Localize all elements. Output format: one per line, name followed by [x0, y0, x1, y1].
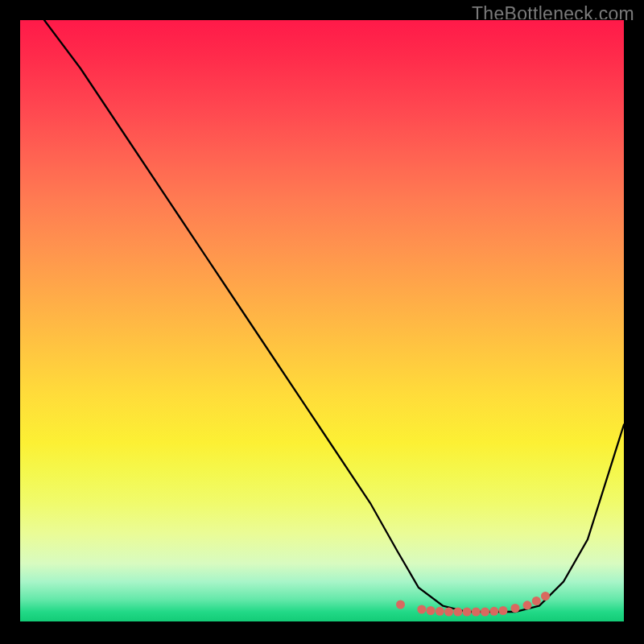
- optimal-dot: [427, 606, 436, 615]
- chart-svg: [20, 20, 624, 624]
- optimal-dot: [523, 601, 532, 609]
- optimal-dot: [481, 608, 489, 617]
- bottleneck-curve: [44, 20, 624, 612]
- optimal-dot: [436, 607, 444, 616]
- optimal-dot: [453, 608, 462, 617]
- optimal-dot: [541, 592, 550, 601]
- optimal-dot: [499, 606, 508, 615]
- optimal-dot: [489, 607, 498, 616]
- optimal-dot: [396, 601, 405, 609]
- optimal-dots-group: [396, 592, 550, 617]
- optimal-dot: [444, 608, 453, 617]
- optimal-dot: [511, 604, 520, 613]
- optimal-dot: [463, 608, 472, 617]
- curve-line: [44, 20, 624, 612]
- optimal-dot: [532, 597, 541, 605]
- plot-frame: [19, 19, 625, 625]
- optimal-dot: [472, 608, 481, 617]
- axis-baseline: [20, 621, 624, 624]
- chart-container: TheBottleneck.com: [0, 0, 644, 644]
- optimal-dot: [417, 605, 426, 614]
